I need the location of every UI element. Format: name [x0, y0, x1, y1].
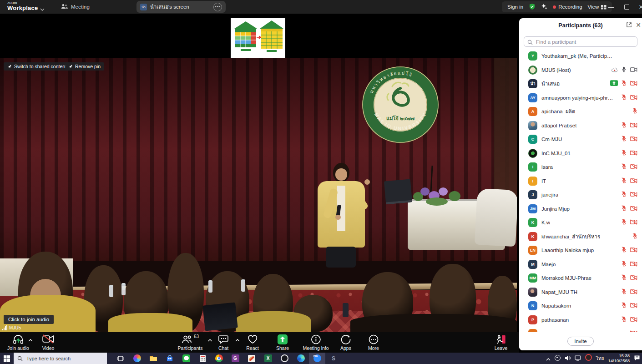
participant-status-icons	[621, 246, 637, 254]
s-app-icon[interactable]: S	[325, 353, 342, 364]
microsoft-store-icon[interactable]	[162, 353, 178, 364]
sharing-screen-icon	[610, 80, 618, 88]
recorder-tray-icon[interactable]	[585, 354, 592, 363]
participant-name: Junjira Mjup	[541, 206, 570, 212]
chevron-down-icon[interactable]	[40, 5, 45, 13]
leave-label: Leave	[495, 345, 508, 351]
speaker-hand	[364, 179, 370, 185]
line-icon[interactable]	[178, 353, 194, 364]
search-icon	[17, 356, 23, 361]
volume-icon[interactable]	[565, 354, 571, 363]
participant-row[interactable]: A apichana_ผลิต	[519, 105, 642, 119]
participant-row[interactable]: attapol Prabset	[519, 119, 642, 133]
participant-row[interactable]: I isara	[519, 160, 642, 174]
speaker-hand	[335, 215, 341, 220]
task-view-icon[interactable]	[112, 353, 129, 364]
chevron-up-icon[interactable]	[235, 336, 240, 343]
close-button[interactable]: ✕	[634, 0, 642, 14]
sign-in-button[interactable]: Sign in	[507, 4, 523, 10]
tab-options-icon[interactable]: •••	[213, 3, 222, 11]
participant-row[interactable]: C Cm-MJU	[519, 132, 642, 147]
tray-chevron-up-icon[interactable]	[546, 354, 551, 363]
participant-row[interactable]: J janejira	[519, 188, 642, 202]
participant-row[interactable]: Y Youthakarn_pk (Me, Participant ID: 137…	[519, 49, 642, 63]
participant-row[interactable]: Napat_MJU TH	[519, 285, 642, 299]
copilot-icon[interactable]	[129, 353, 145, 364]
pdf-g-app-icon[interactable]: G	[227, 353, 243, 364]
participant-name: MJU5 (Host)	[541, 67, 571, 73]
remove-pin-button[interactable]: Remove pin	[65, 62, 104, 71]
invite-button[interactable]: Invite	[567, 337, 594, 346]
titlebar-right-cluster: Sign in Recording View	[502, 1, 612, 12]
language-indicator[interactable]: ไทย	[596, 355, 604, 362]
excel-icon[interactable]: X	[260, 353, 276, 364]
more-button[interactable]: More	[365, 332, 382, 353]
university-seal: มหาวิทยาลัยแม่โจ้ MAEJO UNIVERSITY แม่โจ…	[360, 65, 440, 145]
participant-row[interactable]: JM Junjira Mjup	[519, 202, 642, 216]
audience-shoulder	[236, 311, 311, 332]
participant-row[interactable]: นำ นำเสนอ	[519, 77, 642, 91]
tab-shared-screen[interactable]: นำ นำเสนอ's screen •••	[136, 1, 226, 13]
zoom-app-icon[interactable]: zm	[309, 353, 325, 364]
participant-row[interactable]: LN Laaorthip Naloka mjup	[519, 243, 642, 258]
file-explorer-icon[interactable]	[145, 353, 162, 364]
video-button[interactable]: Video	[40, 332, 57, 353]
participant-row[interactable]: I IT	[519, 174, 642, 188]
chat-button[interactable]: Chat	[215, 332, 232, 353]
zoom-workplace-logo: zoom Workplace	[7, 1, 38, 11]
mic-off-icon	[621, 94, 627, 102]
chrome-icon[interactable]	[211, 353, 227, 364]
participant-row[interactable]: K khwaanchai_สำนักบริหาร	[519, 230, 642, 244]
start-button[interactable]	[0, 353, 14, 364]
find-participant-input[interactable]	[524, 36, 637, 47]
edge-icon[interactable]	[293, 353, 309, 364]
participant-name: janejira	[541, 192, 558, 197]
seal-center-text: แม่โจ้ ๒๔๗๗	[386, 115, 415, 121]
join-audio-button[interactable]: Join audio	[5, 332, 32, 353]
meeting-info-button[interactable]: Meeting info	[300, 332, 331, 353]
participant-row[interactable]: MM Morrakod MJU-Phrae	[519, 271, 642, 285]
ai-sparkle-icon[interactable]	[541, 3, 547, 10]
stage-photo: มหาวิทยาลัยแม่โจ้ MAEJO UNIVERSITY แม่โจ…	[0, 58, 517, 332]
minimize-button[interactable]: —	[604, 0, 618, 14]
tray-record-icon[interactable]	[555, 354, 561, 363]
participant-row[interactable]: MJU5 (Host)	[519, 63, 642, 77]
calculator-icon[interactable]	[194, 353, 211, 364]
pin-icon	[7, 64, 12, 69]
speaker-figure	[313, 163, 372, 268]
participant-row[interactable]: M Maejo	[519, 258, 642, 272]
participant-row[interactable]: P pathasanan	[519, 313, 642, 327]
participants-button[interactable]: 63 Participants	[175, 332, 206, 353]
chevron-up-icon[interactable]	[208, 336, 212, 343]
participant-name: Morrakod MJU-Phrae	[541, 275, 591, 281]
leave-button[interactable]: Leave	[492, 332, 511, 353]
maximize-button[interactable]	[620, 0, 633, 14]
water-bottle	[121, 283, 126, 295]
taskbar-search[interactable]: Type here to search	[14, 353, 107, 364]
tab-meeting[interactable]: Meeting	[57, 0, 93, 14]
shield-check-icon	[529, 3, 536, 11]
participant-row[interactable]: InC MJU_01	[519, 147, 642, 161]
react-button[interactable]: React	[243, 332, 261, 353]
popout-icon[interactable]	[626, 22, 632, 29]
close-panel-icon[interactable]: ✕	[636, 21, 641, 29]
participant-row[interactable]: AY amnuayporn yaiying-mju-phrae	[519, 91, 642, 105]
chevron-up-icon[interactable]	[28, 336, 33, 343]
taskbar-clock[interactable]: 15:38 14/10/2568	[608, 354, 630, 363]
heart-icon	[247, 334, 258, 344]
apps-button[interactable]: Apps	[338, 332, 354, 353]
participant-row[interactable]: K K.w	[519, 216, 642, 230]
shared-content-thumbnail[interactable]	[222, 18, 293, 58]
mic-off-icon	[621, 149, 627, 157]
ring-app-icon[interactable]	[276, 353, 293, 364]
notification-center-icon[interactable]	[634, 354, 640, 363]
participant-status-icons	[621, 288, 637, 296]
camera-off-icon	[630, 205, 637, 213]
network-icon[interactable]	[575, 354, 581, 363]
participant-row[interactable]: N Napatsakorn	[519, 299, 642, 313]
graphics-app-icon[interactable]	[243, 353, 260, 364]
switch-to-shared-content-button[interactable]: Switch to shared content	[4, 62, 70, 71]
share-button[interactable]: Share	[273, 332, 292, 353]
video-label: Video	[42, 345, 55, 351]
share-label: Share	[276, 345, 289, 351]
